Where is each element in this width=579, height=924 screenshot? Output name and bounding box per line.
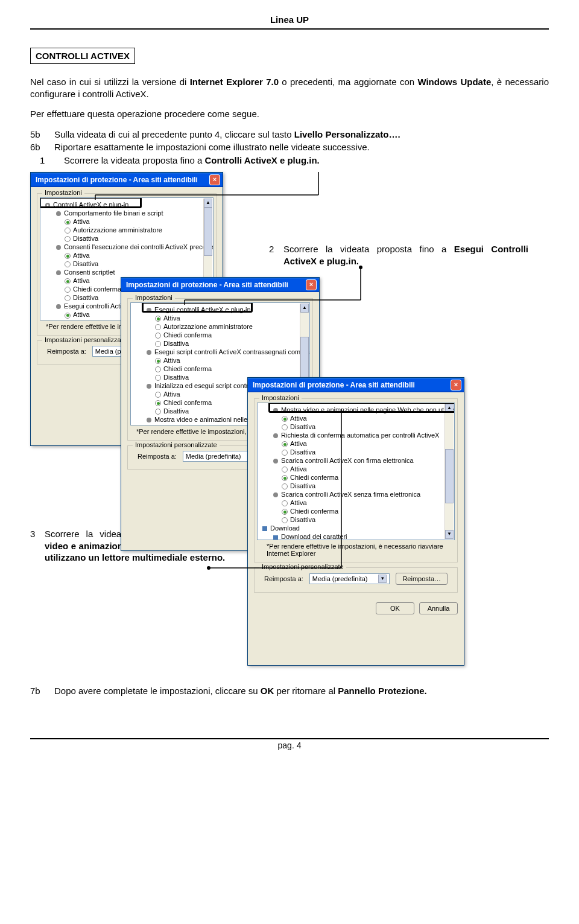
radio-icon[interactable] [155,316,161,322]
item: Chiedi conferma [163,365,212,372]
legend: Impostazioni personalizzate [42,336,129,343]
radio-icon[interactable] [282,467,288,473]
gear-icon [145,383,153,390]
radio-icon[interactable] [155,341,161,347]
radio-icon[interactable] [282,517,288,523]
close-icon[interactable]: × [451,380,461,390]
radio-icon[interactable] [282,450,288,456]
text: Sulla videata di cui al precedente punto… [54,129,294,139]
item: Attiva [73,311,90,318]
scrollbar[interactable]: ▲▼ [445,404,454,539]
item: Disattiva [290,423,315,430]
svg-point-10 [273,408,278,413]
dialog-3: Impostazioni di protezione - Area siti a… [247,377,464,666]
gear-icon [272,457,279,465]
gear-icon [44,202,51,209]
svg-point-12 [273,459,278,464]
item: Disattiva [290,516,315,523]
item: Esegui script controlli ActiveX contrass… [154,348,310,355]
legend: Impostazioni [259,394,302,401]
radio-icon[interactable] [65,236,71,242]
item: Attiva [290,499,307,506]
radio-icon[interactable] [65,219,71,225]
radio-icon[interactable] [155,366,161,372]
page-number: pag. 4 [30,739,549,750]
gear-icon [55,269,62,276]
step-1: 1 Scorrere la videata proposta fino a Co… [30,155,549,167]
svg-point-7 [147,350,151,355]
gear-icon [55,303,62,310]
text: Scorrere la videata proposta fino a [283,244,454,254]
item: Attiva [73,218,90,225]
note: *Per rendere effettive le impostazioni, … [257,540,455,559]
radio-icon[interactable] [65,295,71,301]
radio-icon[interactable] [65,287,71,293]
radio-icon[interactable] [65,278,71,284]
svg-rect-14 [262,526,267,531]
radio-icon[interactable] [155,333,161,339]
item: Chiedi conferma [290,474,338,481]
item: Mostra video e animazioni nelle pagine W… [281,406,455,413]
close-icon[interactable]: × [209,174,220,185]
svg-point-3 [56,245,61,250]
hint-2: 2 Scorrere la videata proposta fino a Es… [269,243,528,267]
reimposta-label: Reimposta a: [47,348,86,355]
text: Dopo avere completate le impostazioni, c… [54,686,261,696]
radio-icon[interactable] [155,375,161,381]
item: Attiva [73,277,90,284]
radio-icon[interactable] [65,253,71,259]
step-5b: 5b Sulla videata di cui al precedente pu… [30,129,549,141]
item: Attiva [163,314,180,322]
svg-point-13 [273,492,278,497]
radio-icon[interactable] [282,509,288,515]
item: Scarica controlli ActiveX senza firma el… [281,491,420,498]
text: Nel caso in cui si utilizzi la versione … [30,77,190,87]
radio-icon[interactable] [282,483,288,489]
item: Disattiva [163,340,189,347]
radio-icon[interactable] [155,400,161,406]
item: Attiva [163,424,180,425]
section-title: CONTROLLI ACTIVEX [30,48,135,64]
rule-top [30,28,549,30]
gear-icon [145,307,153,314]
item: Chiedi conferma [73,285,121,293]
radio-icon[interactable] [65,313,71,319]
radio-icon[interactable] [282,500,288,506]
radio-icon[interactable] [65,228,71,234]
svg-point-8 [147,384,151,389]
reimposta-combo[interactable]: Media (predefinita)▾ [309,573,390,584]
item: Disattiva [73,294,98,301]
radio-icon[interactable] [155,358,161,364]
radio-icon[interactable] [155,409,161,415]
reimposta-button[interactable]: Reimposta… [396,573,448,585]
radio-icon[interactable] [155,392,161,398]
intro-paragraph-2: Per effettuare questa operazione procede… [30,108,549,120]
radio-icon[interactable] [282,475,288,481]
close-icon[interactable]: × [306,279,317,290]
intro-paragraph-1: Nel caso in cui si utilizzi la versione … [30,76,549,100]
gear-icon [55,244,62,251]
svg-point-4 [56,270,61,275]
gear-icon [55,210,62,217]
radio-icon[interactable] [155,324,161,330]
annulla-button[interactable]: Annulla [419,602,458,614]
step-label: 1 [30,155,64,167]
text: per ritornare al [274,686,338,696]
step-7b: 7b Dopo avere completate le impostazioni… [30,685,549,697]
radio-icon[interactable] [282,416,288,422]
radio-icon[interactable] [65,261,71,267]
item: Controlli ActiveX e plug-in [53,201,128,208]
ok-button[interactable]: OK [376,602,414,614]
fieldset-personalizzate: Impostazioni personalizzate Reimposta a:… [254,567,458,593]
download-icon [272,534,279,540]
item: Attiva [163,357,180,364]
settings-listbox[interactable]: Mostra video e animazioni nelle pagine W… [257,403,455,540]
legend: Impostazioni personalizzate [133,441,220,448]
legend: Impostazioni [133,294,175,301]
svg-point-1 [47,205,49,206]
radio-icon[interactable] [282,441,288,447]
radio-icon[interactable] [282,424,288,430]
bold: Windows Update [417,77,491,87]
step-6b: 6b Riportare esattamente le impostazioni… [30,141,549,153]
download-icon [261,525,268,532]
